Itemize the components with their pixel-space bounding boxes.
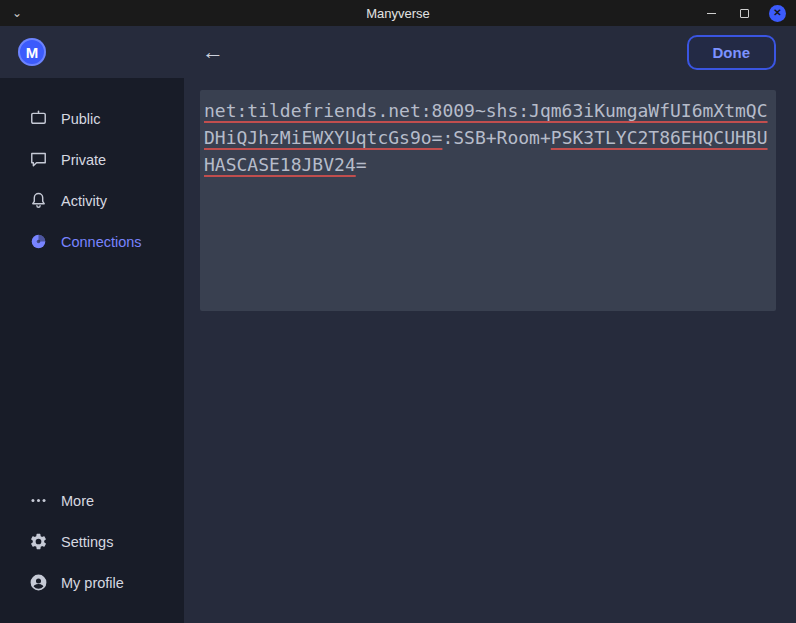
private-icon [28,150,48,170]
sidebar-item-label: Public [61,111,101,127]
sidebar-item-my-profile[interactable]: My profile [0,562,184,603]
more-icon [28,491,48,511]
restore-button[interactable] [736,5,753,22]
window-title: Manyverse [0,6,796,21]
sidebar-bottom-menu: MoreSettingsMy profile [0,480,184,603]
sidebar-item-label: Settings [61,534,113,550]
profile-icon [28,573,48,593]
minimize-icon [707,13,716,14]
sidebar: PublicPrivateActivityConnections MoreSet… [0,78,184,623]
connections-invite-panel: net:tildefriends.net:8009~shs:Jqm63iKumg… [184,78,796,623]
sidebar-item-label: Connections [61,234,142,250]
sidebar-main-menu: PublicPrivateActivityConnections [0,98,184,262]
window-controls: ✕ [703,5,796,22]
manyverse-logo: M [18,38,46,66]
sidebar-item-more[interactable]: More [0,480,184,521]
done-button[interactable]: Done [687,35,777,70]
sidebar-item-public[interactable]: Public [0,98,184,139]
public-icon [28,109,48,129]
invite-code-input[interactable]: net:tildefriends.net:8009~shs:Jqm63iKumg… [200,90,776,311]
activity-icon [28,191,48,211]
close-icon: ✕ [773,8,781,18]
app-header: M ← Done [0,26,796,78]
app-body: PublicPrivateActivityConnections MoreSet… [0,78,796,623]
back-button[interactable]: ← [202,41,224,63]
minimize-button[interactable] [703,5,720,22]
sidebar-item-label: My profile [61,575,124,591]
sidebar-item-private[interactable]: Private [0,139,184,180]
sidebar-item-settings[interactable]: Settings [0,521,184,562]
sidebar-item-activity[interactable]: Activity [0,180,184,221]
invite-code-text-segment: = [356,154,367,175]
sidebar-item-connections[interactable]: Connections [0,221,184,262]
manyverse-window: ⌄ Manyverse ✕ M ← Done PublicPrivateActi… [0,0,796,623]
close-button[interactable]: ✕ [769,5,786,22]
restore-icon [740,9,749,18]
sidebar-item-label: Private [61,152,106,168]
window-menu-caret[interactable]: ⌄ [12,7,22,19]
sidebar-item-label: Activity [61,193,107,209]
sidebar-item-label: More [61,493,94,509]
settings-icon [28,532,48,552]
connections-icon [28,232,48,252]
os-titlebar: ⌄ Manyverse ✕ [0,0,796,26]
invite-code-text-segment: :SSB+Room+ [442,127,550,148]
